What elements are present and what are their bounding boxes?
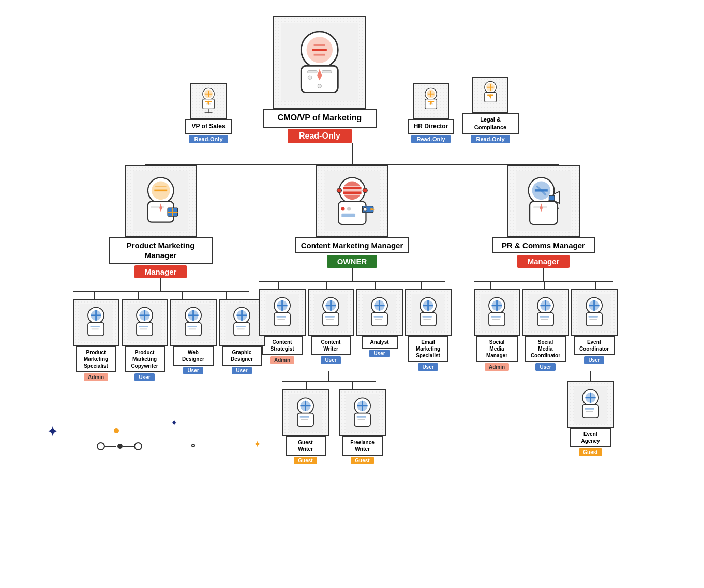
svg-rect-102: [277, 319, 285, 320]
svg-rect-184: [585, 408, 594, 410]
event-coordinator-badge: User: [584, 356, 604, 364]
social-media-mgr-label: Social Media Manager: [476, 336, 518, 362]
svg-rect-185: [586, 411, 593, 412]
email-specialist-figure: [405, 289, 452, 336]
content-writer-badge: User: [321, 356, 340, 364]
product-children-hbar: [73, 291, 249, 292]
social-coordinator-card: Social Media Coordinator User: [522, 289, 569, 371]
svg-rect-177: [589, 319, 597, 320]
svg-rect-169: [541, 319, 548, 320]
social-media-mgr-badge: Admin: [485, 363, 509, 371]
content-mgr-label: Content Marketing Manager: [295, 237, 409, 254]
content-strategist-card: Content Strategist Admin: [259, 289, 306, 371]
freelance-writer-label: Freelance Writer: [342, 436, 383, 456]
event-coordinator-label: Event Coordinator: [574, 336, 615, 355]
product-specialist-card: Product Marketing Specialist Admin: [73, 299, 119, 381]
svg-rect-63: [140, 329, 147, 330]
product-mgr-badge: Manager: [134, 265, 187, 278]
svg-rect-54: [91, 326, 100, 327]
svg-rect-55: [91, 329, 99, 330]
svg-rect-134: [301, 419, 308, 420]
svg-rect-141: [357, 416, 366, 418]
guest-writer-label: Guest Writer: [286, 436, 326, 456]
svg-rect-71: [188, 329, 196, 330]
legal-label: Legal & Compliance: [462, 113, 519, 134]
svg-rect-46: [151, 206, 164, 208]
content-mgr-figure: [316, 165, 388, 237]
svg-point-21: [318, 84, 321, 88]
product-copywriter-badge: User: [134, 373, 154, 381]
cmo-figure: [273, 16, 366, 109]
svg-point-91: [363, 207, 367, 211]
product-mgr-figure: [125, 165, 197, 237]
content-writer-card: Content Writer User: [308, 289, 354, 371]
pr-mgr-figure: [507, 165, 580, 237]
event-coord-to-agency-vline: [590, 371, 591, 381]
email-specialist-card: Email Marketing Specialist User: [405, 289, 452, 371]
svg-rect-133: [300, 416, 309, 418]
web-designer-figure: [170, 299, 217, 346]
product-mgr-label: Product Marketing Manager: [109, 237, 213, 264]
freelance-writer-badge: Guest: [351, 457, 373, 464]
event-coordinator-figure: [571, 289, 618, 336]
pr-mgr-label: PR & Comms Manager: [492, 237, 595, 254]
svg-rect-151: [530, 202, 557, 224]
svg-rect-78: [236, 326, 246, 327]
svg-rect-19: [322, 71, 332, 73]
svg-rect-79: [237, 329, 245, 330]
web-designer-label: Web Designer: [173, 346, 214, 366]
content-strategist-figure: [259, 289, 306, 336]
svg-rect-110: [326, 319, 334, 320]
svg-point-87: [363, 188, 367, 193]
freelance-writer-card: Freelance Writer Guest: [339, 389, 386, 464]
content-mgr-badge: OWNER: [327, 255, 378, 268]
social-media-mgr-figure: [474, 289, 520, 336]
product-specialist-badge: Admin: [84, 373, 108, 381]
event-coordinator-card: Event Coordinator User: [571, 289, 618, 371]
vp-sales-badge: Read-Only: [189, 135, 228, 143]
analyst-figure: [356, 289, 403, 336]
svg-rect-142: [357, 419, 365, 420]
event-agency-badge: Guest: [579, 448, 602, 456]
event-agency-label: Event Agency: [570, 428, 611, 447]
pr-mgr-vline: [543, 268, 544, 281]
analyst-badge: User: [369, 350, 389, 357]
svg-rect-62: [139, 326, 148, 327]
svg-rect-149: [549, 195, 555, 201]
legal-figure: [472, 77, 508, 113]
graphic-designer-figure: [219, 299, 265, 346]
guest-writer-badge: Guest: [294, 457, 317, 464]
svg-point-92: [341, 207, 344, 210]
social-coordinator-badge: User: [535, 363, 555, 371]
product-specialist-figure: [73, 299, 119, 346]
event-agency-card: Event Agency Guest: [567, 381, 614, 456]
guest-writer-figure: [282, 389, 329, 436]
product-copywriter-figure: [122, 299, 168, 346]
product-mgr-vline: [160, 278, 161, 291]
content-writer-to-guests-vline: [328, 371, 329, 381]
svg-rect-168: [540, 316, 549, 318]
graphic-designer-badge: User: [232, 367, 251, 374]
svg-rect-176: [589, 316, 598, 318]
guests-hbar: [282, 381, 376, 382]
svg-point-86: [337, 188, 341, 193]
pr-children-hbar: [474, 281, 613, 282]
svg-point-20: [308, 76, 312, 79]
svg-rect-126: [423, 319, 431, 320]
legal-badge: Read-Only: [471, 135, 510, 143]
email-specialist-label: Email Marketing Specialist: [408, 336, 448, 362]
hr-director-figure: [413, 83, 449, 119]
web-designer-badge: User: [183, 367, 203, 374]
svg-point-93: [347, 207, 351, 210]
svg-rect-101: [277, 316, 286, 318]
social-media-mgr-card: Social Media Manager Admin: [474, 289, 520, 371]
product-copywriter-label: Product Marketing Copywriter: [125, 346, 165, 372]
svg-rect-18: [308, 71, 318, 73]
email-specialist-badge: User: [418, 363, 438, 371]
svg-rect-88: [338, 202, 366, 224]
hr-director-badge: Read-Only: [411, 135, 450, 143]
social-coordinator-figure: [522, 289, 569, 336]
guest-writer-card: Guest Writer Guest: [282, 389, 329, 464]
cmo-to-managers-vline: [352, 143, 353, 164]
event-agency-figure: [567, 381, 614, 428]
